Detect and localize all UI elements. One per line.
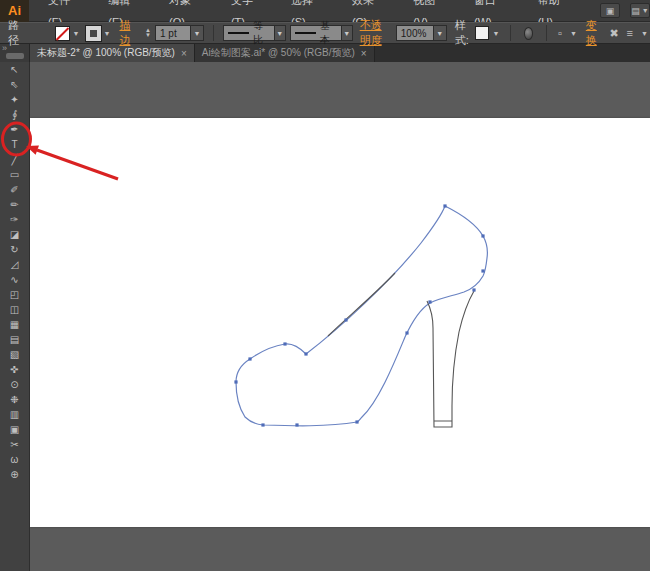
width-profile-dropdown[interactable]: 等比	[223, 25, 275, 41]
rotate-tool[interactable]: ↻	[0, 242, 30, 257]
select-similar-chevron-down-icon[interactable]: ▼	[639, 30, 650, 37]
recolor-artwork-icon[interactable]	[524, 27, 533, 40]
width-profile-value: 等比	[253, 19, 270, 47]
chevron-down-icon: ▼	[642, 7, 649, 14]
select-similar-objects-icon[interactable]: ≡	[625, 27, 635, 39]
width-profile-chevron-down-icon[interactable]: ▼	[275, 25, 286, 41]
opacity-panel-link[interactable]: 不透明度	[360, 18, 389, 48]
rectangle-tool[interactable]: ▭	[0, 167, 30, 182]
isolate-selected-object-icon[interactable]: ✖	[607, 27, 620, 40]
slice-tool[interactable]: ✂	[0, 437, 30, 452]
transform-panel-link[interactable]: 变换	[586, 18, 601, 48]
pencil-tool[interactable]: ✏	[0, 197, 30, 212]
workspace-glyph: ▤	[631, 6, 640, 16]
style-chevron-down-icon[interactable]: ▼	[490, 30, 501, 37]
divider	[213, 25, 214, 41]
perspective-grid-tool[interactable]: ▦	[0, 317, 30, 332]
eyedropper-tool[interactable]: ✜	[0, 362, 30, 377]
free-transform-tool[interactable]: ◰	[0, 287, 30, 302]
gradient-tool[interactable]: ▧	[0, 347, 30, 362]
brush-line-icon	[295, 32, 316, 34]
brush-definition-dropdown[interactable]: 基本	[290, 25, 342, 41]
graphic-style-swatch[interactable]	[475, 26, 489, 40]
blob-brush-tool[interactable]: ✑	[0, 212, 30, 227]
magic-wand-tool[interactable]: ✦	[0, 92, 30, 107]
artboard-tool[interactable]: ▣	[0, 422, 30, 437]
fill-chevron-down-icon[interactable]: ▼	[71, 30, 82, 37]
pen-tool[interactable]: ✒	[0, 122, 30, 137]
workspace-switcher-icon[interactable]: ▤▼	[630, 3, 650, 18]
close-icon[interactable]: ×	[361, 48, 367, 59]
stepper-down-icon[interactable]: ▼	[145, 33, 151, 38]
align-icon[interactable]: ▫	[556, 27, 564, 39]
stroke-width-chevron-down-icon[interactable]: ▼	[191, 25, 204, 41]
lasso-tool[interactable]: ∮	[0, 107, 30, 122]
divider	[510, 25, 511, 41]
opacity-input[interactable]: 100%	[396, 25, 434, 41]
width-tool[interactable]: ∿	[0, 272, 30, 287]
tools-panel: ↖⇖✦∮✒T╱▭✐✏✑◪↻◿∿◰◫▦▤▧✜⊙❉▥▣✂ω⊕	[0, 62, 30, 571]
go-to-bridge-icon[interactable]: ▣	[600, 3, 620, 18]
tools-panel-grip[interactable]	[6, 53, 24, 59]
eraser-tool[interactable]: ◪	[0, 227, 30, 242]
column-graph-tool[interactable]: ▥	[0, 407, 30, 422]
align-chevron-down-icon[interactable]: ▼	[568, 30, 579, 37]
artboard[interactable]	[30, 118, 650, 527]
fill-color-swatch[interactable]	[55, 26, 70, 41]
selection-tool[interactable]: ↖	[0, 62, 30, 77]
style-label: 样式:	[455, 18, 472, 48]
shape-builder-tool[interactable]: ◫	[0, 302, 30, 317]
opacity-chevron-down-icon[interactable]: ▼	[434, 25, 447, 41]
brush-chevron-down-icon[interactable]: ▼	[342, 25, 353, 41]
blend-tool[interactable]: ⊙	[0, 377, 30, 392]
stroke-width-stepper[interactable]: ▲ ▼	[145, 28, 151, 38]
symbol-sprayer-tool[interactable]: ❉	[0, 392, 30, 407]
scale-tool[interactable]: ◿	[0, 257, 30, 272]
control-bar: 路径 ▼ ▼ 描边 ▲ ▼ 1 pt ▼ 等比 ▼ 基本 ▼ 不透明度 100%…	[0, 22, 650, 44]
stroke-chevron-down-icon[interactable]: ▼	[102, 30, 113, 37]
collapse-tools-icon[interactable]: »	[2, 43, 7, 53]
divider	[546, 25, 547, 41]
mesh-tool[interactable]: ▤	[0, 332, 30, 347]
direct-selection-tool[interactable]: ⇖	[0, 77, 30, 92]
context-label: 路径	[8, 18, 23, 48]
zoom-tool[interactable]: ⊕	[0, 467, 30, 482]
document-tab-title: Ai绘制图案.ai* @ 50% (RGB/预览)	[202, 46, 355, 60]
document-window: ↖⇖✦∮✒T╱▭✐✏✑◪↻◿∿◰◫▦▤▧✜⊙❉▥▣✂ω⊕	[0, 62, 650, 571]
line-segment-tool[interactable]: ╱	[0, 152, 30, 167]
brush-definition-value: 基本	[320, 19, 337, 47]
stroke-panel-link[interactable]: 描边	[119, 18, 134, 48]
hand-tool[interactable]: ω	[0, 452, 30, 467]
profile-line-icon	[228, 32, 249, 34]
stroke-color-swatch[interactable]	[86, 26, 101, 41]
document-tab-inactive[interactable]: Ai绘制图案.ai* @ 50% (RGB/预览) ×	[195, 44, 375, 62]
type-tool[interactable]: T	[0, 137, 30, 152]
close-icon[interactable]: ×	[181, 48, 187, 59]
document-tab-title: 未标题-2* @ 100% (RGB/预览)	[37, 46, 175, 60]
paintbrush-tool[interactable]: ✐	[0, 182, 30, 197]
stroke-width-input[interactable]: 1 pt	[155, 25, 191, 41]
document-tab-active[interactable]: 未标题-2* @ 100% (RGB/预览) ×	[30, 44, 195, 62]
